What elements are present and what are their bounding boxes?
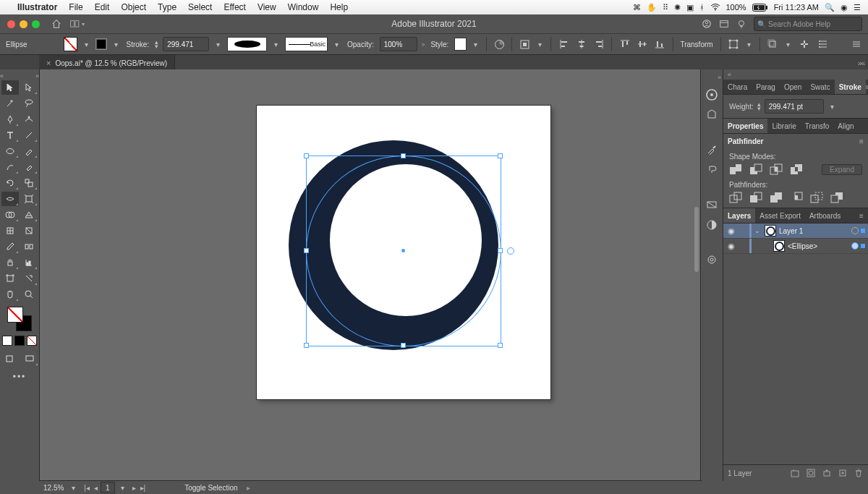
tab-pathfinder[interactable]: Pathfinder (723, 134, 767, 148)
unite-icon[interactable] (729, 163, 742, 175)
fill-stroke-swatches[interactable] (7, 307, 32, 331)
minus-back-icon[interactable] (830, 192, 843, 203)
weight-field[interactable]: 299.471 pt (765, 99, 824, 114)
layer-row[interactable]: ◉ ⌄ Layer 1 (723, 223, 868, 239)
color-panel-icon[interactable] (705, 88, 718, 101)
screen-mode-icon[interactable] (21, 352, 38, 366)
stroke-weight-field[interactable]: 299.471 (163, 37, 209, 51)
profile-dropdown[interactable]: ▾ (332, 38, 341, 51)
document-tab[interactable]: × Oops.ai* @ 12.5 % (RGB/Preview) (39, 55, 175, 71)
lasso-tool[interactable] (20, 96, 38, 111)
none-mode-swatch[interactable] (27, 336, 37, 346)
selection-handle[interactable] (498, 343, 503, 348)
crop-icon[interactable] (790, 192, 803, 203)
merge-icon[interactable] (770, 192, 783, 203)
appearance-panel-icon[interactable] (705, 253, 718, 266)
home-icon[interactable] (51, 19, 61, 29)
color-guide-panel-icon[interactable] (705, 108, 718, 122)
pin-icon[interactable] (797, 37, 812, 51)
rotate-tool[interactable] (1, 176, 19, 190)
selection-handle[interactable] (304, 153, 309, 158)
hand-tool[interactable] (1, 287, 19, 302)
intersect-icon[interactable] (770, 163, 783, 175)
direct-selection-tool[interactable] (20, 80, 38, 95)
spotlight-icon[interactable]: 🔍 (825, 3, 835, 12)
close-tab-icon[interactable]: × (46, 59, 51, 67)
battery-icon[interactable] (752, 4, 768, 12)
align-right-icon[interactable] (592, 37, 605, 51)
new-layer-icon[interactable] (838, 468, 848, 478)
siri-icon[interactable]: ◉ (841, 3, 848, 12)
eraser-tool[interactable] (20, 160, 38, 174)
gradient-panel-icon[interactable] (705, 198, 718, 211)
tab-swatches[interactable]: Swatc (806, 80, 834, 94)
clock[interactable]: Fri 11:23 AM (774, 3, 819, 12)
outline-icon[interactable] (810, 192, 823, 203)
window-zoom-button[interactable] (32, 20, 40, 28)
hand-icon[interactable]: ✋ (647, 3, 657, 12)
free-transform-tool[interactable] (20, 192, 38, 206)
paintbrush-tool[interactable] (20, 144, 38, 158)
panel-collapse-icon[interactable]: « (728, 71, 731, 78)
align-to-dropdown[interactable]: ▾ (536, 38, 545, 51)
clipping-mask-icon[interactable] (806, 468, 816, 478)
isolate-dropdown[interactable]: ▾ (783, 38, 793, 51)
menu-object[interactable]: Object (115, 2, 152, 12)
dock-expand-icon[interactable]: » (699, 74, 724, 81)
zoom-tool[interactable] (20, 287, 38, 302)
menu-select[interactable]: Select (182, 2, 218, 12)
align-top-icon[interactable] (618, 37, 631, 51)
zoom-level[interactable]: 12.5% (43, 484, 64, 492)
curvature-tool[interactable] (20, 112, 38, 127)
menu-window[interactable]: Window (282, 2, 325, 12)
transparency-panel-icon[interactable] (705, 218, 718, 231)
tab-opentype[interactable]: Open (780, 80, 806, 94)
isolate-icon[interactable] (766, 37, 779, 51)
evernote-icon[interactable]: ⌘ (633, 3, 641, 12)
stroke-swatch[interactable] (95, 38, 107, 50)
recolor-icon[interactable] (493, 37, 506, 51)
stroke-weight-dropdown[interactable]: ▾ (213, 38, 223, 51)
tab-paragraph[interactable]: Parag (752, 80, 780, 94)
layer-disclosure-icon[interactable]: ⌄ (754, 227, 762, 234)
selection-handle[interactable] (401, 153, 406, 158)
menu-view[interactable]: View (252, 2, 282, 12)
fill-swatch[interactable] (64, 37, 77, 51)
shape-builder-tool[interactable] (1, 208, 19, 222)
visibility-toggle-icon[interactable]: ◉ (726, 226, 736, 236)
menu-type[interactable]: Type (152, 2, 182, 12)
shape-properties-icon[interactable] (727, 37, 740, 51)
wifi-icon[interactable] (710, 4, 720, 11)
notification-center-icon[interactable]: ☰ (854, 3, 861, 12)
tab-libraries[interactable]: Librarie (767, 119, 800, 133)
align-left-icon[interactable] (557, 37, 570, 51)
tab-artboards[interactable]: Artboards (805, 208, 845, 223)
window-minimize-button[interactable] (20, 20, 27, 28)
artboard-dropdown[interactable]: ▾ (116, 481, 129, 494)
locate-object-icon[interactable] (790, 468, 800, 478)
arrange-window-icon[interactable] (719, 19, 729, 29)
sublayer-name[interactable]: <Ellipse> (788, 242, 848, 250)
line-tool[interactable] (20, 128, 38, 142)
fill-dropdown[interactable]: ▾ (82, 38, 91, 51)
symbols-panel-icon[interactable] (705, 163, 718, 176)
color-mode-swatch[interactable] (2, 336, 12, 346)
stroke-profile[interactable]: Basic (285, 37, 328, 51)
tab-transform[interactable]: Transfo (801, 119, 834, 133)
essentials-icon[interactable] (816, 37, 830, 51)
next-artboard-icon[interactable]: ▸ (131, 484, 137, 492)
align-hcenter-icon[interactable] (575, 37, 588, 51)
last-artboard-icon[interactable]: ▸| (139, 484, 148, 492)
perspective-tool[interactable] (20, 208, 38, 222)
delete-layer-icon[interactable] (854, 468, 864, 478)
mesh-tool[interactable] (1, 223, 19, 238)
brushes-panel-icon[interactable] (705, 143, 718, 156)
align-bottom-icon[interactable] (653, 37, 666, 51)
search-help-field[interactable]: 🔍 Search Adobe Help (754, 17, 862, 31)
first-artboard-icon[interactable]: |◂ (82, 484, 91, 492)
menu-edit[interactable]: Edit (89, 2, 116, 12)
divide-icon[interactable] (729, 192, 742, 203)
exclude-icon[interactable] (790, 163, 803, 175)
scale-tool[interactable] (20, 176, 38, 190)
fan-icon[interactable]: ✺ (674, 3, 681, 12)
